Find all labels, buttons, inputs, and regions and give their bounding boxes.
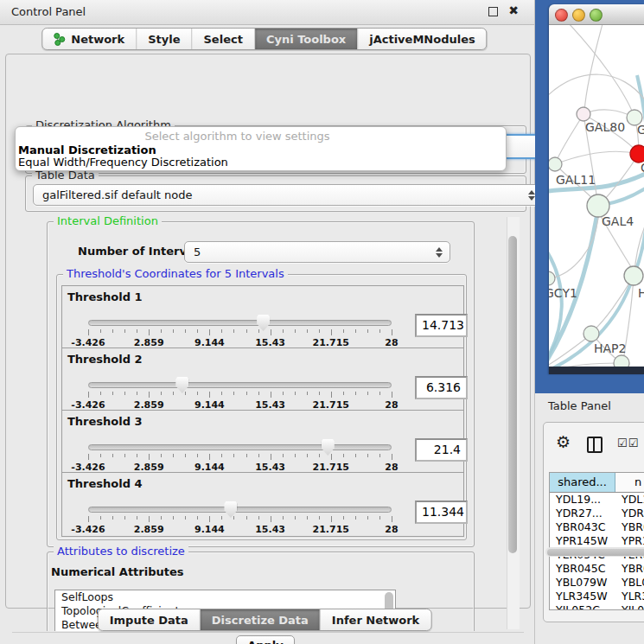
network-node-gal11[interactable] [549, 157, 562, 171]
table-row[interactable]: YBR043CYBR0 [550, 520, 644, 534]
network-canvas[interactable]: GAL80GACGAL11GAL4GCY1HHAP2 [549, 25, 644, 367]
apply-button[interactable]: Apply [236, 635, 295, 644]
table-row[interactable]: YIL052CYIL0 [550, 603, 644, 610]
slider-tick [307, 516, 308, 520]
threshold-panel: Threshold 1-3.4262.8599.14415.4321.71528… [61, 285, 464, 350]
separator [12, 632, 524, 633]
table-row[interactable]: YDR27...YDR2 [550, 507, 644, 520]
numerical-attributes-label: Numerical Attributes [51, 565, 184, 578]
network-graph: GAL80GACGAL11GAL4GCY1HHAP2 [549, 25, 644, 367]
threshold-panel: Threshold 2-3.4262.8599.14415.4321.71528… [61, 348, 464, 412]
slider-tick [343, 392, 344, 395]
slider-tick [295, 454, 296, 457]
slider-tick [331, 454, 332, 460]
table-row[interactable]: YLR345WYLR3 [550, 590, 644, 603]
slider-tick [343, 329, 344, 333]
slider-tick [124, 516, 125, 520]
network-view-window: GAL80GACGAL11GAL4GCY1HHAP2 [549, 4, 644, 374]
mac-close-button[interactable] [555, 9, 568, 22]
split-columns-icon[interactable] [587, 437, 603, 453]
float-window-icon[interactable] [488, 7, 498, 16]
node-label: GAL4 [602, 214, 634, 228]
network-node-hap2[interactable] [583, 326, 599, 341]
table-row[interactable]: YBR045CYBR0 [550, 562, 644, 576]
slider-tick [246, 516, 247, 520]
tab-label: Infer Network [332, 614, 419, 627]
tab-cyni-toolbox[interactable]: Cyni Toolbox [255, 29, 358, 49]
tab-select[interactable]: Select [193, 29, 255, 49]
threshold-slider[interactable]: -3.4262.8599.14415.4321.71528 [85, 310, 396, 348]
slider-tick [355, 392, 356, 395]
tab-discretize-data[interactable]: Discretize Data [201, 609, 321, 630]
table-row[interactable]: YBL079WYBL0 [550, 576, 644, 590]
slider-track[interactable] [88, 444, 392, 450]
slider-thumb[interactable] [175, 377, 188, 393]
table-cell: YDR2 [615, 507, 644, 520]
threshold-value-field[interactable]: 6.316 [415, 376, 468, 399]
tab-impute-data[interactable]: Impute Data [99, 609, 201, 630]
slider-tick [197, 516, 198, 520]
threshold-value-field[interactable]: 14.713 [415, 314, 468, 337]
slider-tick [173, 454, 174, 457]
network-node-gcy1[interactable] [549, 271, 555, 285]
close-icon[interactable]: ✖ [508, 5, 519, 16]
network-node-c[interactable] [630, 145, 644, 163]
column-header[interactable]: shared... [550, 473, 615, 492]
slider-tick [112, 516, 113, 520]
slider-thumb[interactable] [322, 439, 335, 456]
slider-thumb[interactable] [224, 501, 237, 518]
slider-tick [161, 454, 162, 457]
slider-tick [392, 454, 392, 460]
threshold-value-field[interactable]: 21.4 [415, 438, 468, 462]
checkbox-icons[interactable]: ☑☑ [617, 437, 639, 450]
tab-infer-network[interactable]: Infer Network [321, 609, 430, 630]
slider-track[interactable] [88, 507, 392, 513]
algorithm-option[interactable]: Manual Discretization [18, 144, 503, 156]
table-cell: YDR27... [550, 507, 615, 520]
network-node-h[interactable] [624, 266, 643, 285]
settings-scrollbar-thumb[interactable] [508, 236, 517, 553]
column-header[interactable]: n [615, 473, 644, 492]
table-cell: YBL0 [615, 576, 644, 590]
tab-style[interactable]: Style [137, 29, 192, 49]
slider-tick [161, 392, 162, 395]
table-panel: Table Panel ⚙ ☑☑ shared...n YDL19...YDL1… [535, 393, 644, 644]
table-row[interactable]: YPR145WYPR1 [550, 534, 644, 548]
control-panel-titlebar: Control Panel ✖ [0, 0, 534, 25]
mac-zoom-button[interactable] [590, 9, 603, 22]
threshold-slider[interactable]: -3.4262.8599.14415.4321.71528 [85, 497, 396, 535]
network-node-gal80[interactable] [577, 107, 590, 121]
table-data-combobox[interactable]: galFiltered.sif default node [33, 184, 543, 206]
slider-tick [283, 454, 284, 457]
algorithm-option[interactable]: Equal Width/Frequency Discretization [18, 156, 503, 169]
slider-tick [392, 392, 392, 398]
gear-icon[interactable]: ⚙ [556, 432, 571, 451]
slider-tick [149, 392, 150, 398]
threshold-label: Threshold 1 [67, 290, 143, 303]
slider-tick [271, 329, 271, 335]
threshold-slider[interactable]: -3.4262.8599.14415.4321.71528 [85, 373, 396, 411]
slider-tick [185, 516, 186, 520]
thresholds-group: Threshold's Coordinates for 5 Intervals … [56, 274, 467, 540]
slider-tick [307, 392, 308, 395]
node-table[interactable]: shared...n YDL19...YDL1YDR27...YDR2YBR04… [549, 472, 644, 610]
tab-jactivemnodules[interactable]: jActiveMNodules [358, 29, 487, 49]
table-row[interactable]: YDL19...YDL1 [550, 493, 644, 507]
threshold-slider[interactable]: -3.4262.8599.14415.4321.71528 [85, 435, 396, 473]
table-cell: YBR0 [615, 520, 644, 534]
slider-track[interactable] [88, 382, 392, 388]
slider-tick [100, 516, 101, 520]
table-hscrollbar[interactable] [545, 547, 644, 557]
slider-tick [258, 454, 259, 457]
threshold-value-field[interactable]: 11.344 [415, 501, 468, 524]
number-of-intervals-combobox[interactable]: 5 [184, 241, 450, 263]
mac-minimize-button[interactable] [572, 9, 585, 22]
algorithm-prompt: Select algorithm to view settings [16, 130, 459, 143]
slider-tick-label: -3.426 [61, 524, 116, 535]
tab-network[interactable]: Network [42, 29, 137, 49]
network-node-unnamed[interactable] [614, 355, 629, 367]
slider-track[interactable] [88, 320, 392, 326]
attribute-item[interactable]: SelfLoops [55, 590, 395, 604]
slider-tick [271, 392, 271, 398]
slider-tick [246, 392, 247, 395]
